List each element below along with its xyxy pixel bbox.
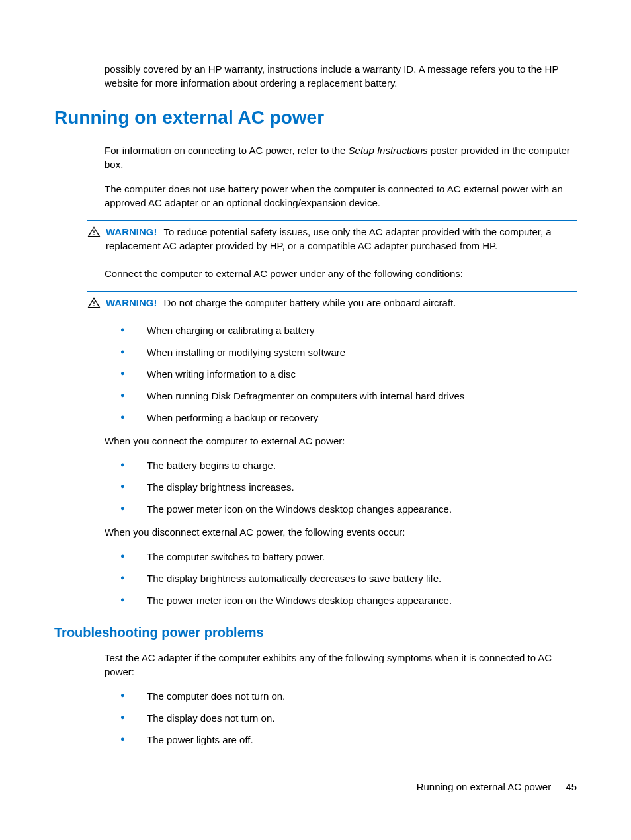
svg-point-3	[93, 306, 95, 307]
list-item: The display brightness automatically dec…	[120, 571, 577, 585]
list-item: The display brightness increases.	[120, 480, 577, 494]
bullet-list: When charging or calibrating a battery W…	[120, 323, 577, 425]
page-footer: Running on external AC power 45	[417, 780, 577, 794]
body-paragraph: Test the AC adapter if the computer exhi…	[105, 651, 577, 679]
page-number: 45	[566, 781, 577, 792]
svg-point-1	[93, 235, 95, 236]
warning-content: WARNING!Do not charge the computer batte…	[106, 296, 574, 310]
bullet-list: The battery begins to charge. The displa…	[120, 458, 577, 516]
warning-content: WARNING!To reduce potential safety issue…	[106, 225, 574, 253]
document-page: possibly covered by an HP warranty, inst…	[0, 0, 631, 796]
list-item: When installing or modifying system soft…	[120, 345, 577, 359]
list-item: When charging or calibrating a battery	[120, 323, 577, 337]
list-item: When writing information to a disc	[120, 367, 577, 381]
warning-triangle-icon	[87, 226, 101, 239]
list-item: When running Disk Defragmenter on comput…	[120, 389, 577, 403]
italic-text: Setup Instructions	[349, 145, 428, 156]
warning-text: To reduce potential safety issues, use o…	[106, 226, 552, 251]
warning-label: WARNING!	[106, 226, 157, 237]
para-text: For information on connecting to AC powe…	[105, 145, 349, 156]
list-item: The computer switches to battery power.	[120, 550, 577, 564]
body-paragraph: For information on connecting to AC powe…	[105, 144, 577, 171]
list-item: The power meter icon on the Windows desk…	[120, 593, 577, 607]
list-item: The display does not turn on.	[120, 711, 577, 725]
section-heading-h1: Running on external AC power	[54, 105, 577, 130]
warning-callout: WARNING!To reduce potential safety issue…	[87, 220, 577, 257]
list-item: The power lights are off.	[120, 733, 577, 747]
warning-label: WARNING!	[106, 297, 157, 308]
warning-callout: WARNING!Do not charge the computer batte…	[87, 291, 577, 314]
body-paragraph: The computer does not use battery power …	[105, 182, 577, 210]
bullet-list: The computer switches to battery power. …	[120, 550, 577, 607]
body-paragraph: When you connect the computer to externa…	[105, 434, 577, 448]
body-paragraph: Connect the computer to external AC powe…	[105, 267, 577, 280]
warning-triangle-icon	[87, 296, 101, 310]
footer-title: Running on external AC power	[417, 781, 551, 792]
body-paragraph: When you disconnect external AC power, t…	[105, 525, 577, 539]
list-item: The computer does not turn on.	[120, 689, 577, 703]
warning-text: Do not charge the computer battery while…	[164, 297, 456, 308]
list-item: The battery begins to charge.	[120, 458, 577, 472]
list-item: When performing a backup or recovery	[120, 411, 577, 425]
intro-fragment-text: possibly covered by an HP warranty, inst…	[105, 62, 577, 90]
bullet-list: The computer does not turn on. The displ…	[120, 689, 577, 747]
list-item: The power meter icon on the Windows desk…	[120, 502, 577, 516]
section-heading-h2: Troubleshooting power problems	[54, 623, 577, 642]
